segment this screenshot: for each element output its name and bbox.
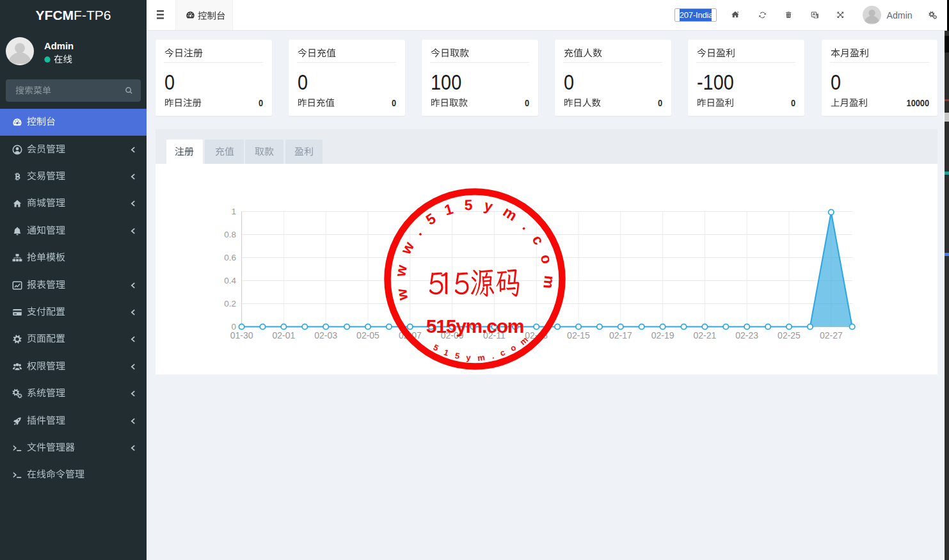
- svg-text:515ym.com: 515ym.com: [426, 316, 524, 337]
